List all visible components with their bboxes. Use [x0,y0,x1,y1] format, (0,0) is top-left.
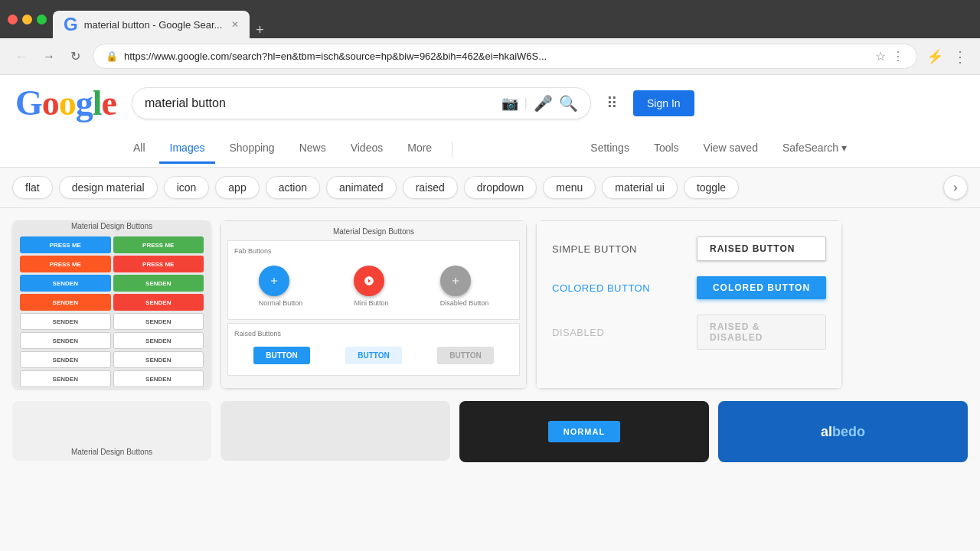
filter-menu[interactable]: menu [543,176,596,199]
url-text: https://www.google.com/search?hl=en&tbm=… [124,51,869,62]
search-input[interactable] [145,96,494,110]
traffic-lights [8,15,47,24]
url-bar[interactable]: 🔒 https://www.google.com/search?hl=en&tb… [93,44,917,69]
colored-button[interactable]: COLORED BUTTON [697,276,826,299]
camera-icon[interactable]: 📷 [501,95,518,112]
bottom-card1-label: Material Design Buttons [71,448,152,456]
mdb-btn-outline-8: SENDEN [113,370,204,387]
fab-label-mini: Mini Button [354,299,388,307]
albedo-logo: albedo [815,418,871,446]
bottom-card-placeholder: Material Design Buttons [12,401,211,461]
search-icons: 📷 | 🎤 🔍 [501,94,578,112]
card1-content: Material Design Buttons PRESS ME PRESS M… [20,222,204,387]
google-apps-icon[interactable]: ⠿ [606,94,618,112]
search-submit-icon[interactable]: 🔍 [559,94,578,112]
mic-icon[interactable]: 🎤 [534,94,553,112]
custom-tabs-icon[interactable]: ⋮ [892,49,904,64]
simple-button-label: SIMPLE BUTTON [552,243,681,255]
tab-news[interactable]: News [289,134,337,164]
tab-images[interactable]: Images [159,134,216,164]
logo-o2: o [59,83,76,122]
filter-flat[interactable]: flat [12,176,53,199]
logo-o1: o [42,83,59,122]
mdb-btn-outline-2: SENDEN [113,313,204,330]
maximize-button[interactable] [37,15,47,24]
filter-dropdown[interactable]: dropdown [464,176,537,199]
filter-toggle[interactable]: toggle [684,176,739,199]
tab-bar: G material button - Google Sear... ✕ + [53,0,972,38]
mdb-btn-senden-blue: SENDEN [20,275,111,292]
fab-item-blue: Normal Button [259,266,303,307]
logo-e: e [102,83,116,122]
tab-safesearch[interactable]: SafeSearch ▾ [772,134,858,164]
nav-tabs: All Images Shopping News Videos More Set… [0,131,980,168]
browser-chrome: G material button - Google Sear... ✕ + [0,0,980,38]
raised-btn-gray: BUTTON [437,347,493,364]
search-box[interactable]: 📷 | 🎤 🔍 [132,87,591,119]
star-icon[interactable]: ☆ [875,49,886,64]
mdb-btn-press-orange: PRESS ME [20,256,111,272]
forward-button[interactable]: → [40,47,58,67]
raised-btn-light: BUTTON [345,347,401,364]
image-card-1[interactable]: Material Design Buttons PRESS ME PRESS M… [12,220,211,389]
google-top-bar: Google 📷 | 🎤 🔍 ⠿ Sign In [0,75,980,131]
minimize-button[interactable] [22,15,32,24]
logo-l: l [93,83,102,122]
mat-demo-grid: SIMPLE BUTTON RAISED BUTTON COLORED BUTT… [537,221,841,365]
raised-row: BUTTON BUTTON BUTTON [234,342,513,369]
tab-close-button[interactable]: ✕ [231,19,239,30]
fab-section: Fab Buttons Normal Button Mini Button [227,240,520,320]
tab-more[interactable]: More [397,134,443,164]
address-bar: ← → ↻ 🔒 https://www.google.com/search?hl… [0,38,980,75]
active-tab[interactable]: G material button - Google Sear... ✕ [53,11,250,38]
filter-app[interactable]: app [215,176,259,199]
mdb-btn-press-blue: PRESS ME [20,236,111,253]
filter-action[interactable]: action [266,176,320,199]
tab-all[interactable]: All [122,134,156,164]
filter-icon[interactable]: icon [164,176,210,199]
new-tab-button[interactable]: + [250,22,270,38]
tab-tools[interactable]: Tools [643,134,690,164]
albedo-content: albedo [807,410,879,454]
fab-row: Normal Button Mini Button Disabled Butto… [234,259,513,313]
bottom-card-2 [220,401,450,461]
filter-design-material[interactable]: design material [59,176,158,199]
bottom-card-dark[interactable]: NORMAL [459,401,709,462]
tab-view-saved[interactable]: View saved [693,134,769,164]
mdb-btn-outline-6: SENDEN [113,351,204,368]
mdb-btn-outline-3: SENDEN [20,332,111,349]
mdb-btn-press-green: PRESS ME [113,236,204,253]
card2-title: Material Design Buttons [227,227,520,236]
tab-settings[interactable]: Settings [580,134,640,164]
search-box-wrapper: 📷 | 🎤 🔍 [132,87,591,119]
albedo-text-a: al [821,424,832,439]
card1-image: Material Design Buttons PRESS ME PRESS M… [12,220,211,389]
back-button[interactable]: ← [12,47,31,67]
tab-favicon: G [64,14,78,35]
fab-label-disabled: Disabled Button [440,299,489,307]
menu-icon[interactable]: ⋮ [952,47,968,66]
image-card-3[interactable]: SIMPLE BUTTON RAISED BUTTON COLORED BUTT… [536,220,842,389]
filter-material-ui[interactable]: material ui [602,176,678,199]
raised-disabled-button: RAISED & DISABLED [697,315,826,350]
image-card-2[interactable]: Material Design Buttons Fab Buttons Norm… [220,220,527,389]
filter-animated[interactable]: animated [326,176,397,199]
close-button[interactable] [8,15,18,24]
filter-next-button[interactable]: › [943,175,968,200]
tab-videos[interactable]: Videos [340,134,394,164]
tab-shopping[interactable]: Shopping [218,134,285,164]
fab-item-gray: Disabled Button [440,266,489,307]
card1-title: Material Design Buttons [20,222,204,230]
filter-raised[interactable]: raised [403,176,458,199]
mdb-btn-outline-7: SENDEN [20,370,111,387]
mdb-btn-press-red: PRESS ME [113,256,204,272]
sign-in-button[interactable]: Sign In [633,90,694,116]
tab-title: material button - Google Sear... [84,19,223,31]
mdb-btn-senden-red: SENDEN [113,294,204,311]
raised-button: RAISED BUTTON [697,236,826,261]
bottom-card-blue[interactable]: albedo [718,401,968,462]
reload-button[interactable]: ↻ [67,46,83,67]
disabled-button-label: DISABLED [552,327,681,338]
extensions-icon[interactable]: ⚡ [926,48,943,65]
google-logo: Google [15,83,116,123]
